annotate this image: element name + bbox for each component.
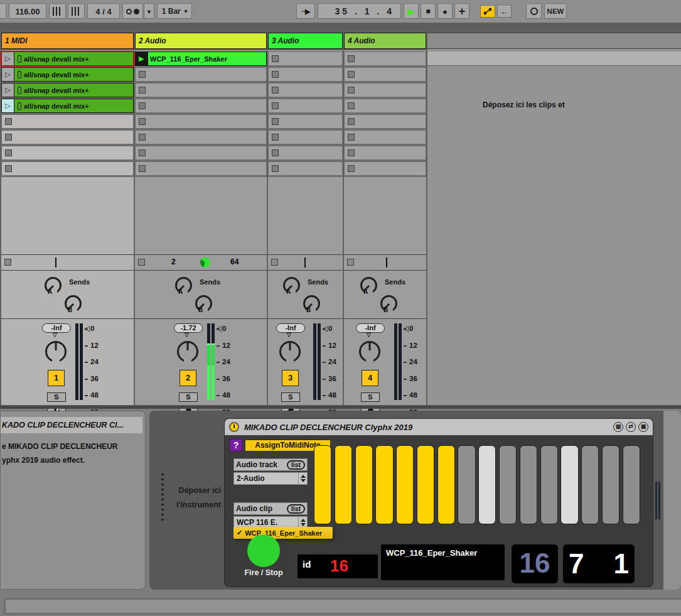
empty-clip-slot[interactable]	[135, 83, 267, 97]
note-pad[interactable]	[581, 445, 599, 524]
empty-clip-slot[interactable]	[268, 146, 343, 160]
new-button[interactable]: NEW	[544, 4, 567, 19]
clip-play-button[interactable]: ▶	[136, 52, 148, 65]
note-pad[interactable]	[355, 445, 373, 524]
clip-stop-button[interactable]	[139, 165, 146, 172]
send-a-knob[interactable]: A	[45, 277, 62, 294]
clipped-left-button[interactable]: ▸	[0, 4, 6, 19]
empty-clip-slot[interactable]	[344, 161, 426, 176]
note-pad[interactable]	[540, 445, 558, 524]
clip-stop-button[interactable]	[272, 55, 279, 62]
empty-clip-slot[interactable]	[135, 130, 267, 144]
empty-clip-slot[interactable]	[1, 130, 134, 144]
track-header[interactable]: 2 Audio	[135, 33, 267, 49]
clip-stop-button[interactable]	[272, 134, 279, 141]
note-pad[interactable]	[499, 445, 517, 524]
empty-clip-slot[interactable]	[1, 161, 134, 176]
clip-stop-button[interactable]	[348, 165, 355, 172]
draw-mode-button[interactable]	[526, 4, 542, 19]
clip-slot[interactable]: ▷all/snap devall mix+	[1, 67, 134, 82]
clip-slot[interactable]: ▷all/snap devall mix+	[1, 51, 134, 66]
tempo-display[interactable]: 116.00	[9, 4, 46, 19]
note-pad[interactable]	[458, 445, 475, 524]
note-pad[interactable]	[396, 445, 414, 524]
clip-stop-button[interactable]	[272, 71, 279, 78]
note-pad[interactable]	[417, 445, 434, 524]
empty-clip-slot[interactable]	[135, 114, 267, 129]
empty-clip-slot[interactable]	[344, 51, 426, 66]
note-pad[interactable]	[437, 445, 455, 524]
save-icon[interactable]: ▣	[638, 422, 648, 432]
empty-clip-slot[interactable]	[268, 130, 343, 144]
clip-play-button[interactable]: ▷	[2, 84, 14, 97]
track-header[interactable]: 1 MIDI	[1, 33, 134, 49]
pan-knob[interactable]	[359, 341, 380, 362]
clip-stop-button[interactable]	[5, 149, 12, 156]
send-a-knob[interactable]: A	[360, 277, 377, 294]
empty-clip-slot[interactable]	[268, 114, 343, 129]
phase-nudge-down-button[interactable]	[49, 4, 66, 19]
send-a-knob[interactable]: A	[175, 277, 192, 294]
clip-stop-button[interactable]	[139, 87, 146, 94]
empty-clip-slot[interactable]	[268, 67, 343, 82]
help-button[interactable]: ?	[230, 439, 242, 451]
send-b-knob[interactable]: B	[303, 295, 320, 312]
pan-knob[interactable]	[45, 341, 67, 362]
clip-stop-button[interactable]	[272, 165, 279, 172]
pan-knob[interactable]	[279, 341, 301, 362]
clip-stop-button[interactable]	[139, 118, 146, 125]
empty-clip-slot[interactable]	[344, 130, 426, 144]
dropdown-menu-item[interactable]: ✓ WCP_116_Eper_Shaker	[233, 527, 333, 539]
quantization-menu[interactable]: 1 Bar▾	[157, 4, 192, 19]
clip-stop-button[interactable]	[348, 71, 355, 78]
clip-slot[interactable]: ▶WCP_116_Eper_Shaker	[135, 51, 267, 66]
hot-swap-icon[interactable]: ⇄	[626, 422, 636, 432]
clip-stop-button[interactable]	[272, 118, 279, 125]
note-pad[interactable]	[314, 445, 331, 524]
clip-stop-button[interactable]	[348, 55, 355, 62]
clip-stop-button[interactable]	[272, 102, 279, 109]
note-pad[interactable]	[623, 445, 640, 524]
solo-button[interactable]: S	[361, 392, 380, 402]
clip-stop-button[interactable]	[348, 149, 355, 156]
stop-button[interactable]: ■	[421, 4, 436, 19]
clip-slot[interactable]: ▷all/snap devall mix+	[1, 99, 134, 113]
empty-clip-slot[interactable]	[135, 161, 267, 176]
track-activator[interactable]: 3	[282, 370, 299, 386]
clip-stop-button[interactable]	[272, 149, 279, 156]
time-signature-display[interactable]: 4 / 4	[87, 4, 120, 19]
play-button[interactable]: ▶	[404, 4, 419, 19]
empty-clip-slot[interactable]	[344, 146, 426, 160]
send-b-knob[interactable]: B	[65, 295, 82, 312]
clip-stop-button[interactable]	[139, 149, 146, 156]
clip-stop-button[interactable]	[139, 71, 146, 78]
empty-clip-slot[interactable]	[344, 114, 426, 129]
send-b-knob[interactable]: B	[195, 295, 212, 312]
empty-clip-slot[interactable]	[268, 161, 343, 176]
empty-clip-slot[interactable]	[135, 146, 267, 160]
midi-map-button[interactable]	[480, 5, 495, 18]
device-title-bar[interactable]: MIKADO CLIP DECLENCHEUR Clyphx 2019 ▤ ⇄ …	[225, 419, 653, 435]
empty-clip-slot[interactable]	[135, 67, 267, 82]
stepper-arrows-icon[interactable]	[298, 473, 307, 484]
audio-track-list-button[interactable]: list	[287, 460, 305, 470]
send-a-knob[interactable]: A	[283, 277, 300, 294]
metronome-menu-arrow[interactable]: ▾	[144, 4, 154, 19]
follow-button[interactable]: ··▶	[296, 4, 315, 19]
track-stop-button[interactable]	[271, 259, 278, 266]
empty-clip-slot[interactable]	[344, 67, 426, 82]
audio-track-dropdown[interactable]: 2-Audio	[233, 472, 308, 485]
clip-stop-button[interactable]	[139, 134, 146, 141]
note-pad[interactable]	[375, 445, 393, 524]
instrument-drop-zone[interactable]: Déposer ici l'instrument	[168, 484, 221, 512]
empty-clip-slot[interactable]	[135, 99, 267, 113]
record-button[interactable]: ●	[437, 4, 453, 19]
track-stop-button[interactable]	[347, 259, 354, 266]
clip-stop-button[interactable]	[5, 134, 12, 141]
track-stop-button[interactable]	[138, 259, 145, 266]
phase-nudge-up-button[interactable]	[68, 4, 85, 19]
track-activator[interactable]: 4	[362, 370, 378, 386]
track-header[interactable]: 4 Audio	[344, 33, 426, 49]
track-stop-button[interactable]	[4, 259, 11, 266]
empty-clip-slot[interactable]	[268, 83, 343, 97]
